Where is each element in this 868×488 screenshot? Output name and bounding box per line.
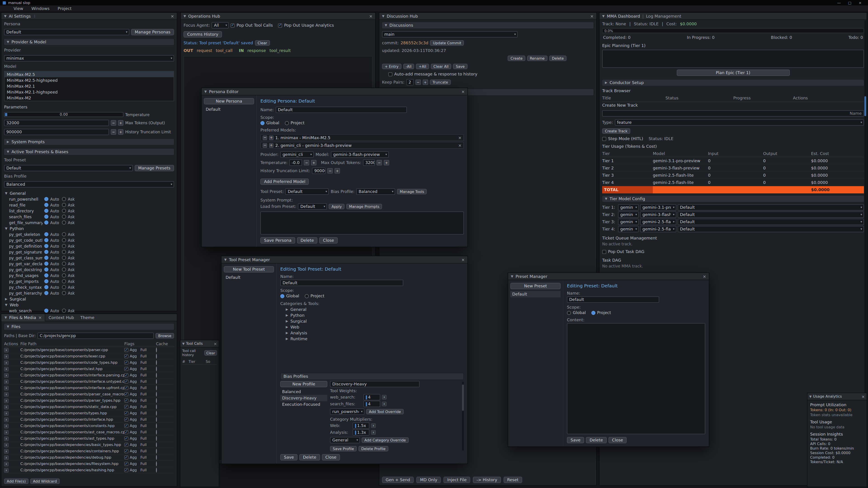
pe-model-select[interactable]: gemini-3-flash-preview▾	[331, 151, 389, 158]
category-row[interactable]: ▶ Python	[280, 312, 464, 318]
model-list-item[interactable]: MiniMax-M2.5	[4, 71, 174, 77]
browse-button[interactable]: Browse	[156, 333, 174, 338]
remove-file-button[interactable]: x	[4, 392, 8, 396]
ask-radio[interactable]	[62, 221, 66, 225]
caret-down-icon[interactable]: ▼	[184, 14, 186, 18]
add-files-button[interactable]: Add File(s)	[4, 479, 29, 484]
agg-checkbox[interactable]: ✓	[124, 430, 128, 434]
caret-down-icon[interactable]: ▼	[182, 342, 185, 346]
ask-radio[interactable]	[62, 197, 66, 201]
scrollbar-thumb[interactable]	[864, 96, 866, 116]
clear-button[interactable]: Clear	[255, 40, 270, 46]
delete-button[interactable]: Delete	[297, 237, 317, 243]
pop-out-task-dag-checkbox[interactable]: ✓	[602, 250, 606, 254]
close-icon[interactable]: ×	[703, 274, 706, 279]
tool-group-header[interactable]: ▶Surgical	[1, 296, 177, 302]
close-button[interactable]: Close	[608, 437, 627, 443]
move-down-button[interactable]: +	[269, 135, 274, 140]
decrement-button[interactable]: −	[111, 129, 116, 135]
agg-checkbox[interactable]: ✓	[124, 436, 128, 441]
category-row[interactable]: ▶ Runtime	[280, 336, 464, 341]
provider-model-section[interactable]: ▼ Provider & Model	[4, 38, 175, 46]
preset-name-input[interactable]: Default	[567, 296, 659, 303]
bias-profile-list-item[interactable]: Balanced	[280, 389, 327, 395]
delete-button[interactable]: Delete	[549, 56, 566, 61]
agg-checkbox[interactable]: ✓	[124, 354, 128, 358]
track-type-select[interactable]: feature▾	[615, 119, 864, 126]
bias-profile-list-item[interactable]: Discovery-Heavy	[280, 395, 327, 401]
auto-radio[interactable]	[44, 232, 49, 236]
manage-prompts-button[interactable]: Manage Prompts	[346, 204, 382, 209]
increment-button[interactable]: +	[118, 120, 123, 126]
delete-button[interactable]: Delete	[586, 437, 607, 443]
maximize-icon[interactable]: ▢	[848, 1, 851, 5]
full-label[interactable]: Full	[141, 361, 147, 365]
entry-button[interactable]: +All	[416, 64, 429, 69]
category-row[interactable]: ▶ Web	[280, 324, 464, 330]
save-persona-button[interactable]: Save Persona	[260, 237, 295, 243]
category-multiplier-input[interactable]: 1.5x	[352, 422, 369, 429]
tier-provider-select[interactable]: gemini▾	[618, 212, 639, 218]
model-list-item[interactable]: MiniMax-M2	[4, 95, 174, 101]
apply-button[interactable]: Apply	[329, 204, 344, 209]
category-row[interactable]: ▶ Analysis	[280, 330, 464, 336]
new-tool-preset-button[interactable]: New Tool Preset	[224, 266, 274, 272]
profile-name-input[interactable]: Discovery-Heavy	[330, 381, 420, 387]
pe-provider-select[interactable]: gemini_cli▾	[280, 151, 314, 158]
decrement-button[interactable]: −	[304, 160, 309, 165]
remove-file-button[interactable]: x	[4, 398, 8, 403]
files-section[interactable]: ▼ Files	[4, 323, 175, 330]
full-label[interactable]: Full	[141, 373, 147, 377]
agg-checkbox[interactable]: ✓	[124, 405, 128, 409]
agg-checkbox[interactable]: ✓	[124, 424, 128, 428]
full-label[interactable]: Full	[141, 411, 147, 415]
system-prompts-section[interactable]: ▶ System Prompts	[4, 138, 175, 145]
tier-provider-select[interactable]: gemini▾	[618, 226, 639, 232]
remove-file-button[interactable]: x	[4, 436, 8, 441]
ask-radio[interactable]	[62, 244, 66, 248]
agg-checkbox[interactable]: ✓	[124, 455, 128, 459]
full-label[interactable]: Full	[141, 398, 147, 402]
close-icon[interactable]: ×	[461, 257, 465, 262]
agg-checkbox[interactable]: ✓	[124, 411, 128, 415]
tool-calls-list[interactable]	[180, 365, 219, 487]
auto-radio[interactable]	[44, 215, 49, 219]
remove-weight-button[interactable]: x	[382, 395, 386, 399]
new-preset-button[interactable]: New Preset	[510, 283, 561, 289]
increment-button[interactable]: +	[423, 79, 428, 85]
full-label[interactable]: Full	[141, 392, 147, 396]
close-icon[interactable]: ×	[369, 14, 373, 18]
ask-radio[interactable]	[62, 308, 66, 313]
increment-button[interactable]: +	[384, 160, 389, 165]
caret-down-icon[interactable]: ▼	[602, 14, 604, 18]
scope-project-radio[interactable]	[305, 294, 309, 298]
auto-radio[interactable]	[44, 244, 49, 248]
pe-bias-profile-select[interactable]: Balanced▾	[356, 188, 395, 195]
tier-model-select[interactable]: gemini-3-flash-preview▾	[640, 212, 676, 218]
footer-button[interactable]: Inject File	[444, 477, 470, 483]
close-icon[interactable]: ×	[38, 315, 42, 320]
caret-down-icon[interactable]: ▼	[382, 14, 384, 18]
tier-preset-select[interactable]: Default▾	[678, 226, 864, 232]
scope-project-radio[interactable]	[591, 311, 595, 315]
caret-down-icon[interactable]: ▼	[511, 274, 513, 278]
footer-button[interactable]: Gen + Send	[382, 477, 414, 483]
remove-multiplier-button[interactable]: x	[371, 423, 376, 428]
bias-profiles-section[interactable]: Bias Profiles	[280, 373, 464, 380]
preset-list-item[interactable]: Default	[510, 291, 561, 297]
remove-file-button[interactable]: x	[4, 360, 8, 365]
create-button[interactable]: Create	[508, 56, 525, 61]
full-label[interactable]: Full	[141, 354, 147, 358]
full-label[interactable]: Full	[141, 468, 147, 472]
tier-provider-select[interactable]: gemini▾	[618, 219, 639, 225]
content-textarea[interactable]	[567, 323, 705, 434]
manage-tools-button[interactable]: Manage Tools	[397, 189, 427, 194]
tier-model-select[interactable]: gemini-2.5-flash-lite▾	[640, 226, 676, 232]
tab-theme[interactable]: Theme	[77, 314, 98, 321]
temperature-input[interactable]: -0.0	[289, 160, 302, 166]
agg-checkbox[interactable]: ✓	[124, 361, 128, 365]
persona-select[interactable]: Default▾	[4, 29, 129, 35]
agg-checkbox[interactable]: ✓	[124, 449, 128, 453]
tab-log-management[interactable]: Log Management	[646, 14, 681, 18]
save-profile-button[interactable]: Save Profile	[330, 446, 357, 451]
